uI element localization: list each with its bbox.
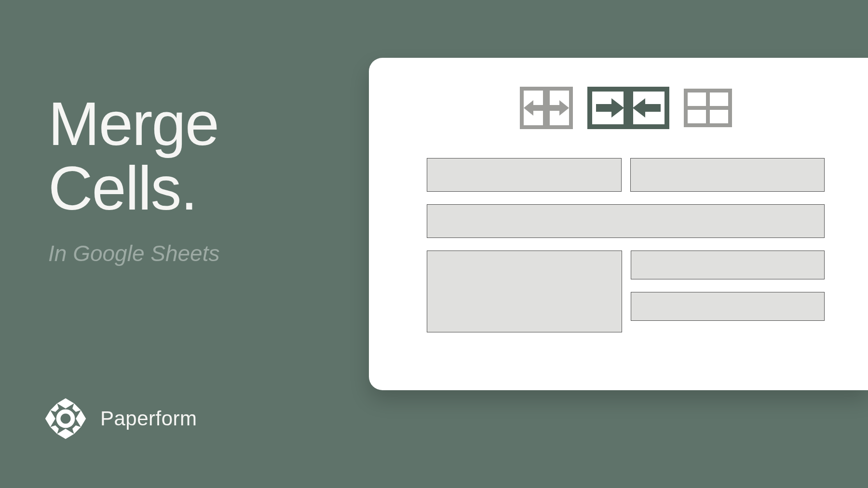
- svg-marker-4: [72, 403, 81, 412]
- cell: [631, 251, 825, 279]
- paperform-logo-icon: [44, 397, 87, 440]
- merge-toolbar: [422, 87, 829, 129]
- brand-name: Paperform: [100, 407, 197, 430]
- merged-cell-vertical: [427, 251, 622, 332]
- cell-stack: [631, 251, 825, 332]
- svg-marker-7: [50, 403, 59, 412]
- cell-row-1: [427, 158, 825, 192]
- cell: [427, 158, 622, 192]
- svg-marker-1: [76, 410, 86, 427]
- svg-marker-3: [45, 410, 55, 427]
- title-line-2: Cells.: [48, 154, 197, 223]
- merged-cell: [427, 204, 825, 238]
- svg-marker-14: [596, 98, 624, 118]
- svg-marker-0: [57, 398, 74, 409]
- cells-illustration: [422, 158, 829, 332]
- cell-row-3: [427, 251, 825, 332]
- svg-marker-5: [72, 425, 81, 434]
- svg-marker-15: [633, 98, 661, 118]
- cell-row-2: [427, 204, 825, 238]
- svg-marker-6: [50, 425, 59, 434]
- svg-marker-11: [550, 100, 569, 116]
- illustration-card: [369, 58, 868, 390]
- grid-icon: [684, 89, 732, 127]
- svg-marker-2: [57, 429, 74, 439]
- title-line-1: Merge: [48, 89, 218, 158]
- brand-mark: Paperform: [44, 397, 197, 440]
- unmerge-icon: [520, 87, 573, 129]
- hero-text: Merge Cells. In Google Sheets: [48, 92, 219, 266]
- cell: [631, 292, 825, 321]
- cell: [630, 158, 825, 192]
- merge-horizontal-icon: [587, 87, 669, 129]
- page-title: Merge Cells.: [48, 92, 219, 221]
- svg-marker-10: [524, 100, 543, 116]
- page-subtitle: In Google Sheets: [48, 240, 219, 266]
